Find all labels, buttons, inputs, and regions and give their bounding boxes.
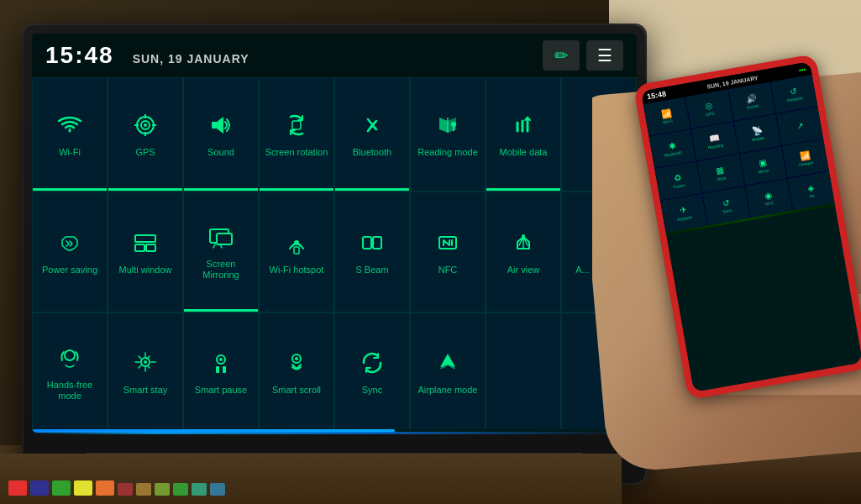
qs-cell-0-6[interactable]: Mobile data — [486, 77, 561, 192]
qs-label-0-4: Bluetooth — [353, 147, 391, 158]
qs-label-2-4: Sync — [362, 385, 382, 396]
qs-icon-smartscroll — [284, 350, 309, 380]
phone-label-0: Wi-Fi — [663, 118, 673, 124]
svg-point-21 — [522, 234, 525, 238]
phone-icon-10: ▣ — [758, 158, 767, 168]
qs-icon- — [511, 356, 536, 386]
edit-icon-button[interactable]: ✏ — [543, 40, 580, 71]
phone-icon-1: ◎ — [704, 101, 713, 111]
qs-label-2-2: Smart pause — [195, 385, 247, 396]
shelf-toy-item — [210, 483, 225, 496]
phone-clock: 15:48 — [646, 89, 666, 101]
phone-label-4: Bluetooth — [664, 150, 683, 158]
phone-label-1: GPS — [706, 111, 715, 117]
phone-icon-11: 📶 — [799, 150, 811, 161]
qs-label-0-3: Screen rotation — [265, 147, 328, 158]
qs-cell-0-1[interactable]: GPS — [108, 77, 183, 192]
pencil-icon: ✏ — [554, 45, 569, 66]
phone-label-8: Power — [673, 183, 685, 190]
phone-icon-9: ▦ — [716, 165, 725, 176]
qs-label-1-3: Wi-Fi hotspot — [270, 265, 324, 276]
svg-rect-17 — [294, 247, 299, 254]
svg-rect-18 — [363, 237, 371, 249]
qs-icon-wifi — [57, 113, 82, 142]
phone-icon-2: 🔊 — [745, 93, 757, 104]
qs-cell-0-0[interactable]: Wi-Fi — [32, 77, 108, 192]
qs-icon-smartpause — [208, 350, 234, 380]
tv-bezel: 15:48 SUN, 19 JANUARY ✏ ☰ Wi-FiGPSSoundS… — [32, 34, 637, 433]
svg-point-26 — [219, 358, 223, 361]
qs-active-bar — [108, 188, 182, 191]
phone-icon-14: ◉ — [764, 190, 773, 200]
svg-point-22 — [65, 350, 75, 360]
qs-cell-1-2[interactable]: Screen Mirroring — [183, 192, 259, 312]
qs-cell-2-2[interactable]: Smart pause — [183, 312, 259, 433]
phone-label-5: Reading — [707, 143, 723, 150]
qs-cell-1-5[interactable]: NFC — [410, 192, 486, 312]
qs-icon-multiwindow — [133, 230, 158, 260]
phone-icon-13: ↺ — [722, 197, 730, 207]
shelf-toy-item — [136, 483, 151, 496]
phone-label-2: Sound — [746, 103, 759, 110]
shelf-toy-item — [155, 483, 170, 496]
qs-cell-2-3[interactable]: Smart scroll — [259, 312, 334, 433]
qs-cell-0-3[interactable]: Screen rotation — [259, 77, 334, 192]
qs-cell-2-5[interactable]: Airplane mode — [410, 312, 486, 433]
qs-icon-nfc — [435, 230, 460, 260]
svg-point-0 — [69, 129, 71, 132]
phone-status-icons: ▪▪▪ — [798, 66, 806, 74]
qs-cell-0-2[interactable]: Sound — [183, 77, 259, 192]
qs-cell-0-5[interactable]: Reading mode — [410, 77, 486, 192]
qs-cell-1-6[interactable]: Air view — [486, 192, 561, 312]
svg-rect-12 — [135, 244, 144, 251]
qs-icon-sbeam — [360, 230, 385, 260]
tv-clock: 15:48 — [45, 42, 114, 69]
shelf-toy-item — [192, 483, 207, 496]
phone-icon-3: ↺ — [790, 86, 798, 96]
shelf-decoration-item — [96, 480, 114, 496]
qs-icon-airplane — [435, 350, 460, 380]
shelf-decoration-item — [52, 480, 71, 496]
qs-label-1-5: NFC — [438, 265, 458, 276]
qs-active-bar — [486, 188, 560, 191]
phone-icon-0: 📶 — [660, 108, 672, 118]
phone-label-14: NFC — [765, 201, 774, 207]
qs-label-1-1: Multi window — [119, 265, 172, 276]
tv-unit: 15:48 SUN, 19 JANUARY ✏ ☰ Wi-FiGPSSoundS… — [24, 25, 645, 483]
qs-icon-reading — [435, 113, 460, 142]
qs-cell-2-1[interactable]: Smart stay — [108, 312, 183, 433]
qs-cell-1-0[interactable]: Power saving — [32, 192, 108, 312]
svg-point-24 — [144, 360, 147, 364]
qs-label-0-0: Wi-Fi — [59, 147, 81, 158]
phone-label-6: Mobile — [752, 136, 764, 143]
qs-cell-2-0[interactable]: Hands-free mode — [32, 312, 108, 433]
qs-active-bar — [335, 188, 409, 191]
qs-cell-1-1[interactable]: Multi window — [108, 192, 183, 312]
shelf — [0, 454, 622, 504]
tv-topbar: 15:48 SUN, 19 JANUARY ✏ ☰ — [32, 34, 637, 77]
qs-label-2-0: Hands-free mode — [36, 380, 103, 402]
shelf-decoration-item — [74, 480, 92, 496]
qs-cell-2-4[interactable]: Sync — [334, 312, 410, 433]
phone-icon-8: ♻ — [673, 173, 682, 183]
qs-label-1-6: Air view — [507, 265, 540, 276]
qs-cell-1-4[interactable]: S Beam — [334, 192, 410, 312]
svg-rect-27 — [216, 366, 219, 373]
shelf-decoration-item — [8, 480, 27, 496]
qs-icon-mobiledata — [511, 113, 536, 142]
svg-point-10 — [451, 122, 456, 127]
qs-active-bar — [184, 309, 258, 312]
qs-icon-wifihotspot — [284, 230, 309, 260]
shelf-toy-item — [173, 483, 188, 496]
qs-icon-power — [57, 230, 82, 260]
qs-icon-screenmirroring — [208, 224, 234, 254]
phone-label-13: Sync — [722, 208, 732, 214]
qs-label-0-1: GPS — [135, 147, 155, 158]
phone-icon-7: ↗ — [795, 120, 804, 130]
qs-cell-0-4[interactable]: Bluetooth — [334, 77, 410, 192]
right-side-area: 15:48 SUN, 19 JANUARY ▪▪▪ 📶Wi-Fi◎GPS🔊Sou… — [592, 0, 861, 504]
qs-label-0-6: Mobile data — [500, 147, 548, 158]
qs-cell-2-6[interactable] — [486, 312, 561, 433]
phone-icon-15: ◈ — [806, 182, 815, 192]
qs-cell-1-3[interactable]: Wi-Fi hotspot — [259, 192, 334, 312]
